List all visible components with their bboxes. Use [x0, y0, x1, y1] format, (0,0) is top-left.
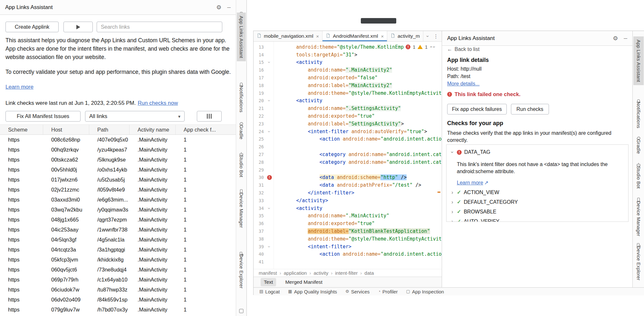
- bottom-tool-item[interactable]: ⚙Services: [345, 288, 370, 295]
- more-details-link[interactable]: More details...: [447, 81, 479, 87]
- next-issue-icon[interactable]: ›: [432, 46, 437, 48]
- code-line[interactable]: 24› <intent-filter android:autoVerify="t…: [254, 128, 442, 135]
- close-icon[interactable]: ×: [316, 34, 319, 39]
- code-line[interactable]: 39› <intent-filter>: [254, 243, 442, 251]
- code-line[interactable]: 23 android:label="SettingsActivity">: [254, 120, 442, 128]
- table-row[interactable]: https04ic253aay/1wwnfbr738.MainActivity1: [0, 225, 236, 235]
- settings-gear-icon[interactable]: ⚙: [613, 35, 618, 42]
- passed-check-row[interactable]: ›✓DEFAULT_CATEGORY: [450, 199, 628, 205]
- tool-strip-item[interactable]: App Links Assistant: [237, 13, 246, 61]
- create-applink-button[interactable]: Create Applink: [5, 22, 59, 32]
- code-line[interactable]: 30! <data android:scheme="http" />: [254, 174, 442, 182]
- table-row[interactable]: https048jg1x665/qgrt37ezpm.MainActivity1: [0, 215, 236, 225]
- editor-tab[interactable]: AndroidManifest.xml×: [322, 31, 387, 41]
- learn-more-link[interactable]: Learn more↗: [457, 180, 488, 186]
- links-filter-dropdown[interactable]: All links ▾: [85, 111, 185, 122]
- column-header[interactable]: Activity name: [130, 125, 176, 134]
- passed-check-row[interactable]: ›✓ACTION_VIEW: [450, 189, 628, 195]
- passed-check-row[interactable]: ›✓AUTO_VERIFY: [450, 218, 628, 222]
- table-row[interactable]: https03axxd3mi0/e6g63mim....MainActivity…: [0, 195, 236, 205]
- code-line[interactable]: 19 android:theme="@style/Theme.KotlinEmp…: [254, 89, 442, 97]
- code-line[interactable]: 32 </intent-filter>: [254, 189, 442, 197]
- code-editor[interactable]: 13 android:theme="@style/Theme.KotlinEmp…: [254, 42, 442, 269]
- tool-strip-item[interactable]: Gradle: [633, 136, 644, 157]
- table-row[interactable]: https04rtcqtz3a/3a1hgptqgi.MainActivity1: [0, 245, 236, 255]
- editor-tab[interactable]: mobile_navigation.xml×: [254, 31, 322, 41]
- table-row[interactable]: https02jv21zzmc/l059v8t4e9.MainActivity1: [0, 185, 236, 195]
- code-line[interactable]: 22 android:exported="true": [254, 112, 442, 120]
- fold-icon[interactable]: ›: [266, 206, 273, 211]
- bottom-tool-item[interactable]: ◔Profiler: [378, 288, 398, 295]
- table-row[interactable]: https069p7r79rh/c1x64yab10.MainActivity1: [0, 275, 236, 285]
- fold-icon[interactable]: ›: [266, 60, 273, 65]
- editor-bottom-tab[interactable]: Text: [261, 278, 276, 286]
- fold-icon[interactable]: ›: [266, 244, 273, 249]
- error-gutter-icon[interactable]: !: [266, 175, 273, 180]
- fold-icon[interactable]: ›: [266, 98, 273, 103]
- editor-bottom-tab[interactable]: Merged Manifest: [282, 278, 325, 286]
- fold-icon[interactable]: ›: [266, 129, 273, 134]
- inspection-widget[interactable]: ! 1 1 › ›: [404, 44, 437, 50]
- code-line[interactable]: 15› <activity: [254, 59, 442, 66]
- breadcrumb-item[interactable]: manifest: [259, 270, 277, 276]
- back-to-list-link[interactable]: ← Back to list: [447, 46, 479, 52]
- table-row[interactable]: https00hq9zrkqv/yzu4kpeas7.MainActivity1: [0, 145, 236, 155]
- close-icon[interactable]: ×: [381, 34, 384, 39]
- search-links-input[interactable]: [97, 22, 222, 32]
- code-line[interactable]: 21 android:name=".SettingsActivity": [254, 104, 442, 112]
- fix-app-check-failures-button[interactable]: Fix app check failures: [447, 104, 507, 114]
- tool-strip-item[interactable]: Device Manager: [237, 189, 246, 231]
- error-stripe-mark[interactable]: [437, 192, 440, 193]
- breadcrumb-item[interactable]: data: [364, 270, 374, 276]
- more-options-icon[interactable]: ⋮: [433, 33, 438, 39]
- breadcrumb-item[interactable]: application: [284, 270, 307, 276]
- table-row[interactable]: https06dv02o409/84k659v1sp.MainActivity1: [0, 295, 236, 305]
- column-settings-button[interactable]: [197, 111, 222, 122]
- table-row[interactable]: https05kfcp3jvm/khidckix8g.MainActivity1: [0, 255, 236, 265]
- tool-strip-item[interactable]: Device Explorer: [633, 243, 644, 284]
- code-line[interactable]: 41: [254, 258, 442, 266]
- learn-more-link[interactable]: Learn more: [5, 84, 34, 90]
- passed-check-row[interactable]: ›✓BROWSABLE: [450, 209, 628, 215]
- code-line[interactable]: 20› <activity: [254, 97, 442, 105]
- tool-strip-item[interactable]: Device Manager: [633, 198, 644, 240]
- editor-tab[interactable]: activity_m: [387, 31, 423, 41]
- bottom-tool-item[interactable]: ▢App Inspection: [406, 288, 444, 295]
- code-line[interactable]: 33 </activity>: [254, 197, 442, 204]
- tool-strip-item[interactable]: Studio Bot: [237, 152, 246, 181]
- table-row[interactable]: https017jwlxzn6/u5t2usab5j.MainActivity1: [0, 175, 236, 185]
- table-row[interactable]: https00tskcza62/5lknugk9se.MainActivity1: [0, 155, 236, 165]
- failed-check-row[interactable]: › ! DATA_TAG: [450, 149, 628, 155]
- code-line[interactable]: 28 <category android:name="android.inten…: [254, 158, 442, 166]
- table-row[interactable]: https00v5hhld0j/o0xhs14ykb.MainActivity1: [0, 165, 236, 175]
- minimize-icon[interactable]: ─: [227, 5, 231, 10]
- code-line[interactable]: 31 <data android:pathPrefix="/test" />: [254, 181, 442, 189]
- column-header[interactable]: App check f...: [176, 125, 236, 134]
- code-line[interactable]: 34› <activity: [254, 204, 442, 212]
- table-row[interactable]: https008c6z68np/407e09q5x0.MainActivity1: [0, 135, 236, 145]
- tool-strip-extra-icon[interactable]: [239, 309, 244, 313]
- run-checks-now-link[interactable]: Run checks now: [138, 100, 178, 106]
- tool-strip-item[interactable]: Studio Bot: [633, 163, 644, 192]
- tool-strip-item[interactable]: Device Explorer: [237, 251, 246, 292]
- tool-strip-item[interactable]: Notifications: [633, 98, 644, 132]
- code-line[interactable]: 37 android:label="KotlinBlankTestApplica…: [254, 227, 442, 235]
- code-line[interactable]: 35 android:name=".MainActivity": [254, 212, 442, 220]
- code-line[interactable]: 27 <category android:name="android.inten…: [254, 151, 442, 158]
- column-header[interactable]: Host: [43, 125, 89, 134]
- column-header[interactable]: Scheme: [0, 125, 43, 134]
- bottom-tool-item[interactable]: ▤Logcat: [259, 288, 280, 295]
- fix-all-manifest-issues-button[interactable]: Fix All Manifest Issues: [5, 111, 81, 122]
- table-row[interactable]: https04r5lqn3gf/4g5nalc1la.MainActivity1: [0, 235, 236, 245]
- run-checks-button[interactable]: Run checks: [511, 104, 549, 114]
- table-row[interactable]: https079g9luv7w/h7bd07ox3y.MainActivity1: [0, 305, 236, 315]
- settings-gear-icon[interactable]: ⚙: [216, 4, 221, 11]
- run-checks-button[interactable]: [63, 22, 93, 32]
- table-row[interactable]: https060qv5jct6/73ne8udqj4.MainActivity1: [0, 265, 236, 275]
- code-line[interactable]: 26: [254, 143, 442, 151]
- tool-strip-item[interactable]: App Links Assistant: [633, 36, 644, 85]
- tool-strip-item[interactable]: Gradle: [237, 122, 246, 143]
- bottom-tool-item[interactable]: ▦App Quality Insights: [288, 288, 337, 295]
- minimize-icon[interactable]: ─: [624, 35, 627, 41]
- breadcrumb-item[interactable]: intent-filter: [335, 270, 358, 276]
